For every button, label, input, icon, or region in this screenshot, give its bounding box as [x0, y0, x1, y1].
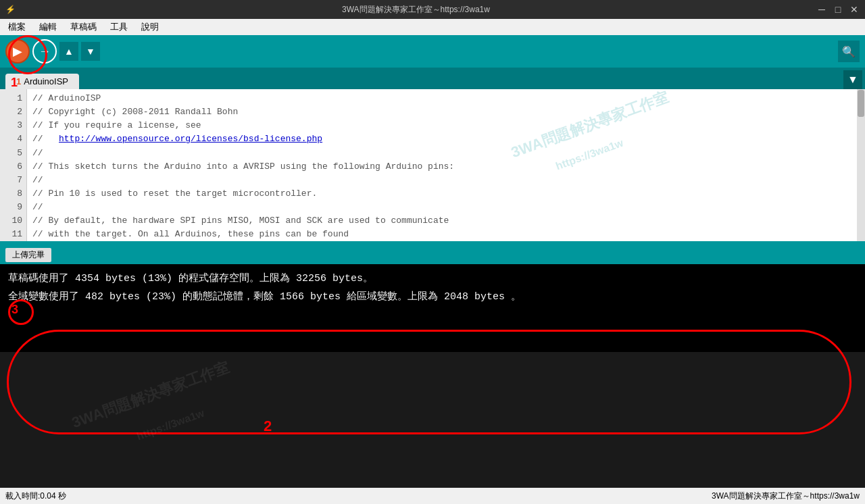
upload-status-badge: 上傳完畢 — [5, 248, 51, 262]
footer-url: 3WA問題解決專家工作室～https://3wa1w — [712, 490, 860, 502]
editor-content: 1 2 3 4 5 6 7 8 9 10 11 12 13 // Arduino… — [0, 89, 865, 241]
menu-edit[interactable]: 編輯 — [34, 20, 62, 34]
minimize-button[interactable]: ─ — [816, 4, 827, 15]
editor: 1 2 3 4 5 6 7 8 9 10 11 12 13 // Arduino… — [0, 89, 865, 241]
bottom-space — [0, 352, 865, 504]
status-label-bar: 上傳完畢 — [0, 245, 865, 264]
maximize-button[interactable]: □ — [833, 4, 843, 15]
scrollbar-thumb[interactable] — [858, 90, 864, 117]
code-area[interactable]: // ArduinoISP // Copyright (c) 2008-2011… — [27, 89, 865, 241]
menu-bar: 檔案 編輯 草稿碼 工具 說明 — [0, 19, 865, 35]
tab-bar: 1 ArduinoISP ▼ — [0, 68, 865, 89]
app-window: ⚡ 3WA問題解決專家工作室～https://3wa1w ─ □ ✕ 檔案 編輯… — [0, 0, 865, 504]
console-output: 草稿碼使用了 4354 bytes (13%) 的程式儲存空間。上限為 3225… — [0, 264, 865, 352]
tab-arrow-button[interactable]: ▼ — [843, 70, 862, 89]
vertical-scrollbar[interactable] — [857, 89, 865, 241]
console-line-2: 全域變數使用了 482 bytes (23%) 的動態記憶體，剩餘 1566 b… — [8, 288, 857, 306]
editor-tab[interactable]: 1 ArduinoISP — [5, 74, 79, 89]
toolbar: ▶ → ▲ ▼ 🔍 — [0, 35, 865, 68]
tab-name: ArduinoISP — [24, 76, 68, 86]
serial-monitor-button[interactable]: 🔍 — [838, 41, 860, 62]
menu-tools[interactable]: 工具 — [105, 20, 133, 34]
load-time: 載入時間:0.04 秒 — [5, 490, 66, 502]
verify-button[interactable]: ▶ — [5, 39, 30, 64]
close-button[interactable]: ✕ — [849, 4, 860, 15]
title-bar: ⚡ 3WA問題解決專家工作室～https://3wa1w ─ □ ✕ — [0, 0, 865, 19]
license-link[interactable]: http://www.opensource.org/licenses/bsd-l… — [59, 134, 322, 144]
tab-number: 1 — [16, 76, 21, 86]
open-button[interactable]: ▼ — [81, 42, 100, 61]
toolbar-right: 🔍 — [838, 41, 860, 62]
menu-file[interactable]: 檔案 — [3, 20, 31, 34]
menu-sketch[interactable]: 草稿碼 — [65, 20, 102, 34]
title-text: 3WA問題解決專家工作室～https://3wa1w — [16, 4, 816, 16]
menu-help[interactable]: 說明 — [136, 20, 164, 34]
window-controls: ─ □ ✕ — [816, 4, 860, 15]
app-icon: ⚡ — [5, 5, 16, 14]
console-line-1: 草稿碼使用了 4354 bytes (13%) 的程式儲存空間。上限為 3225… — [8, 270, 857, 288]
footer: 載入時間:0.04 秒 3WA問題解決專家工作室～https://3wa1w — [0, 488, 865, 504]
new-button[interactable]: ▲ — [59, 42, 78, 61]
line-numbers: 1 2 3 4 5 6 7 8 9 10 11 12 13 — [0, 89, 27, 241]
upload-button[interactable]: → — [32, 39, 57, 64]
